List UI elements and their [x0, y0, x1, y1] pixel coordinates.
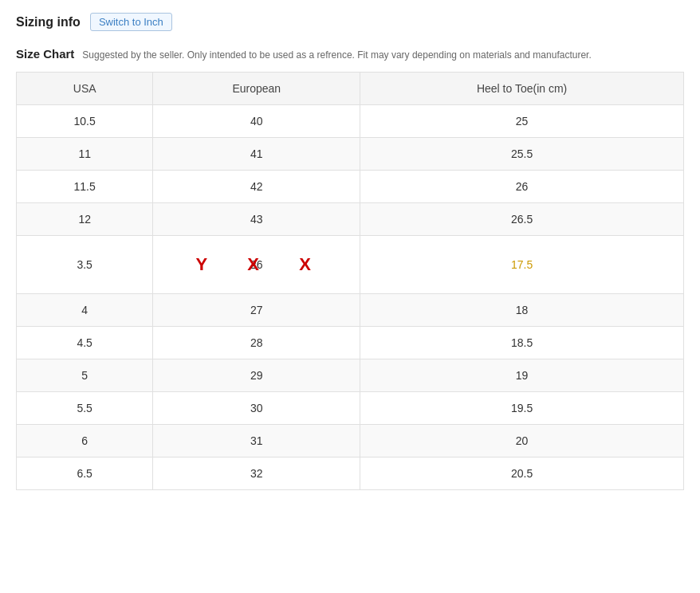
col-header-usa: USA	[17, 73, 153, 105]
cell-european: 26Y X X	[153, 236, 360, 294]
col-header-heel-to-toe: Heel to Toe(in cm)	[360, 73, 684, 105]
cell-european: 31	[153, 425, 360, 458]
size-chart-title: Size Chart	[16, 47, 74, 61]
cell-european: 43	[153, 203, 360, 236]
table-row: 124326.5	[17, 203, 684, 236]
cell-usa: 12	[17, 203, 153, 236]
cell-heel-to-toe: 20	[360, 425, 684, 458]
table-row: 52919	[17, 359, 684, 392]
cell-european: 30	[153, 392, 360, 425]
cell-heel-to-toe: 25	[360, 105, 684, 138]
table-row: 11.54226	[17, 171, 684, 203]
cell-heel-to-toe: 26.5	[360, 203, 684, 236]
table-row: 4.52818.5	[17, 327, 684, 359]
table-row: 3.526Y X X17.5	[17, 236, 684, 294]
table-header-row: USA European Heel to Toe(in cm)	[17, 73, 684, 105]
cell-heel-to-toe: 18	[360, 294, 684, 327]
yxx-overlay-text: Y X X	[196, 254, 317, 275]
cell-european: 41	[153, 138, 360, 171]
size-chart-header: Size Chart Suggested by the seller. Only…	[16, 47, 684, 61]
cell-european: 40	[153, 105, 360, 138]
cell-heel-to-toe: 18.5	[360, 327, 684, 359]
cell-usa: 6.5	[17, 458, 153, 490]
cell-usa: 5.5	[17, 392, 153, 425]
cell-european: 28	[153, 327, 360, 359]
cell-european: 32	[153, 458, 360, 490]
table-row: 10.54025	[17, 105, 684, 138]
cell-usa: 11	[17, 138, 153, 171]
table-row: 5.53019.5	[17, 392, 684, 425]
cell-heel-to-toe: 19.5	[360, 392, 684, 425]
sizing-info-header: Sizing info Switch to Inch	[16, 13, 684, 31]
cell-usa: 4.5	[17, 327, 153, 359]
cell-usa: 6	[17, 425, 153, 458]
switch-to-inch-button[interactable]: Switch to Inch	[90, 13, 172, 31]
table-row: 63120	[17, 425, 684, 458]
cell-usa: 5	[17, 359, 153, 392]
cell-heel-to-toe: 26	[360, 171, 684, 203]
cell-european: 27	[153, 294, 360, 327]
cell-european: 29	[153, 359, 360, 392]
cell-heel-to-toe: 25.5	[360, 138, 684, 171]
cell-heel-to-toe: 19	[360, 359, 684, 392]
col-header-european: European	[153, 73, 360, 105]
cell-usa: 4	[17, 294, 153, 327]
table-row: 114125.5	[17, 138, 684, 171]
cell-heel-to-toe: 17.5	[360, 236, 684, 294]
table-row: 42718	[17, 294, 684, 327]
cell-heel-to-toe: 20.5	[360, 458, 684, 490]
size-chart-table: USA European Heel to Toe(in cm) 10.54025…	[16, 72, 684, 490]
cell-european: 42	[153, 171, 360, 203]
table-row: 6.53220.5	[17, 458, 684, 490]
sizing-info-title: Sizing info	[16, 15, 81, 29]
cell-usa: 3.5	[17, 236, 153, 294]
size-chart-note: Suggested by the seller. Only intended t…	[82, 49, 591, 61]
cell-usa: 11.5	[17, 171, 153, 203]
cell-usa: 10.5	[17, 105, 153, 138]
